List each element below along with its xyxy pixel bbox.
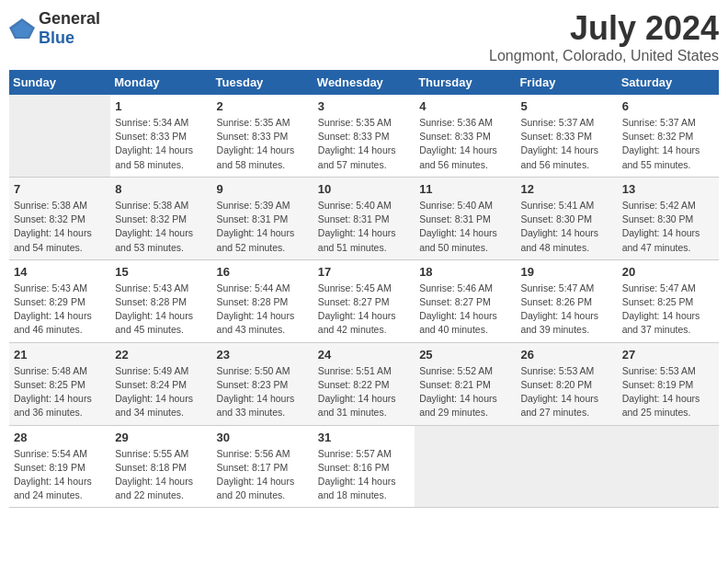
- calendar-cell: [516, 425, 617, 508]
- day-of-week-saturday: Saturday: [618, 70, 719, 95]
- calendar-cell: 2Sunrise: 5:35 AMSunset: 8:33 PMDaylight…: [212, 95, 313, 177]
- day-info: Sunrise: 5:40 AMSunset: 8:31 PMDaylight:…: [318, 199, 410, 255]
- day-info: Sunrise: 5:52 AMSunset: 8:21 PMDaylight:…: [419, 364, 511, 420]
- day-of-week-monday: Monday: [110, 70, 211, 95]
- page-header: General Blue July 2024 Longmont, Colorad…: [9, 9, 719, 64]
- day-number: 27: [622, 348, 714, 362]
- day-info: Sunrise: 5:57 AMSunset: 8:16 PMDaylight:…: [318, 447, 410, 503]
- calendar-cell: 22Sunrise: 5:49 AMSunset: 8:24 PMDayligh…: [110, 342, 211, 425]
- day-info: Sunrise: 5:39 AMSunset: 8:31 PMDaylight:…: [217, 199, 309, 255]
- calendar-cell: 16Sunrise: 5:44 AMSunset: 8:28 PMDayligh…: [212, 259, 313, 342]
- day-number: 31: [318, 431, 410, 444]
- calendar-cell: 6Sunrise: 5:37 AMSunset: 8:32 PMDaylight…: [618, 95, 719, 177]
- day-info: Sunrise: 5:37 AMSunset: 8:33 PMDaylight:…: [520, 116, 612, 172]
- subtitle: Longmont, Colorado, United States: [489, 48, 719, 64]
- calendar-cell: 10Sunrise: 5:40 AMSunset: 8:31 PMDayligh…: [313, 177, 415, 259]
- calendar-cell: 14Sunrise: 5:43 AMSunset: 8:29 PMDayligh…: [9, 259, 110, 342]
- day-number: 9: [217, 182, 309, 196]
- day-number: 13: [622, 182, 714, 196]
- logo-text: General Blue: [39, 9, 100, 48]
- day-of-week-wednesday: Wednesday: [313, 70, 415, 95]
- day-number: 7: [14, 182, 106, 196]
- calendar-cell: 26Sunrise: 5:53 AMSunset: 8:20 PMDayligh…: [516, 342, 617, 425]
- day-info: Sunrise: 5:37 AMSunset: 8:32 PMDaylight:…: [622, 116, 714, 172]
- day-info: Sunrise: 5:53 AMSunset: 8:20 PMDaylight:…: [520, 364, 612, 420]
- day-number: 5: [520, 99, 612, 113]
- day-info: Sunrise: 5:47 AMSunset: 8:25 PMDaylight:…: [622, 282, 714, 338]
- week-row-1: 1Sunrise: 5:34 AMSunset: 8:33 PMDaylight…: [9, 95, 719, 177]
- day-number: 17: [318, 265, 410, 279]
- calendar-cell: 7Sunrise: 5:38 AMSunset: 8:32 PMDaylight…: [9, 177, 110, 259]
- logo-blue: Blue: [39, 29, 74, 47]
- day-number: 29: [115, 431, 207, 444]
- logo: General Blue: [9, 9, 100, 48]
- calendar-cell: [9, 95, 110, 177]
- day-number: 12: [520, 182, 612, 196]
- calendar-cell: 24Sunrise: 5:51 AMSunset: 8:22 PMDayligh…: [313, 342, 415, 425]
- day-number: 21: [14, 348, 106, 362]
- calendar-cell: 9Sunrise: 5:39 AMSunset: 8:31 PMDaylight…: [212, 177, 313, 259]
- day-info: Sunrise: 5:51 AMSunset: 8:22 PMDaylight:…: [318, 364, 410, 420]
- calendar-cell: [618, 425, 719, 508]
- calendar-cell: 8Sunrise: 5:38 AMSunset: 8:32 PMDaylight…: [110, 177, 211, 259]
- calendar-cell: 28Sunrise: 5:54 AMSunset: 8:19 PMDayligh…: [9, 425, 110, 508]
- day-number: 19: [520, 265, 612, 279]
- day-number: 10: [318, 182, 410, 196]
- day-number: 24: [318, 348, 410, 362]
- week-row-2: 7Sunrise: 5:38 AMSunset: 8:32 PMDaylight…: [9, 177, 719, 259]
- day-number: 14: [14, 265, 106, 279]
- calendar-cell: 15Sunrise: 5:43 AMSunset: 8:28 PMDayligh…: [110, 259, 211, 342]
- day-of-week-sunday: Sunday: [9, 70, 110, 95]
- calendar-table: SundayMondayTuesdayWednesdayThursdayFrid…: [9, 70, 719, 508]
- day-number: 18: [419, 265, 511, 279]
- day-info: Sunrise: 5:45 AMSunset: 8:27 PMDaylight:…: [318, 282, 410, 338]
- day-info: Sunrise: 5:49 AMSunset: 8:24 PMDaylight:…: [115, 364, 207, 420]
- day-number: 8: [115, 182, 207, 196]
- day-info: Sunrise: 5:38 AMSunset: 8:32 PMDaylight:…: [14, 199, 106, 255]
- calendar-cell: 25Sunrise: 5:52 AMSunset: 8:21 PMDayligh…: [415, 342, 516, 425]
- calendar-cell: 3Sunrise: 5:35 AMSunset: 8:33 PMDaylight…: [313, 95, 415, 177]
- calendar-header: SundayMondayTuesdayWednesdayThursdayFrid…: [9, 70, 719, 95]
- calendar-cell: 30Sunrise: 5:56 AMSunset: 8:17 PMDayligh…: [212, 425, 313, 508]
- day-of-week-thursday: Thursday: [415, 70, 516, 95]
- day-info: Sunrise: 5:53 AMSunset: 8:19 PMDaylight:…: [622, 364, 714, 420]
- day-info: Sunrise: 5:44 AMSunset: 8:28 PMDaylight:…: [217, 282, 309, 338]
- calendar-cell: [415, 425, 516, 508]
- day-info: Sunrise: 5:38 AMSunset: 8:32 PMDaylight:…: [115, 199, 207, 255]
- week-row-4: 21Sunrise: 5:48 AMSunset: 8:25 PMDayligh…: [9, 342, 719, 425]
- calendar-cell: 17Sunrise: 5:45 AMSunset: 8:27 PMDayligh…: [313, 259, 415, 342]
- day-number: 25: [419, 348, 511, 362]
- day-number: 4: [419, 99, 511, 113]
- day-number: 6: [622, 99, 714, 113]
- calendar-cell: 12Sunrise: 5:41 AMSunset: 8:30 PMDayligh…: [516, 177, 617, 259]
- title-area: July 2024 Longmont, Colorado, United Sta…: [489, 9, 719, 64]
- day-info: Sunrise: 5:35 AMSunset: 8:33 PMDaylight:…: [217, 116, 309, 172]
- calendar-cell: 23Sunrise: 5:50 AMSunset: 8:23 PMDayligh…: [212, 342, 313, 425]
- day-number: 30: [217, 431, 309, 444]
- day-info: Sunrise: 5:41 AMSunset: 8:30 PMDaylight:…: [520, 199, 612, 255]
- day-info: Sunrise: 5:40 AMSunset: 8:31 PMDaylight:…: [419, 199, 511, 255]
- day-number: 26: [520, 348, 612, 362]
- calendar-cell: 11Sunrise: 5:40 AMSunset: 8:31 PMDayligh…: [415, 177, 516, 259]
- day-info: Sunrise: 5:43 AMSunset: 8:29 PMDaylight:…: [14, 282, 106, 338]
- calendar-cell: 4Sunrise: 5:36 AMSunset: 8:33 PMDaylight…: [415, 95, 516, 177]
- day-info: Sunrise: 5:35 AMSunset: 8:33 PMDaylight:…: [318, 116, 410, 172]
- day-number: 16: [217, 265, 309, 279]
- week-row-3: 14Sunrise: 5:43 AMSunset: 8:29 PMDayligh…: [9, 259, 719, 342]
- day-info: Sunrise: 5:46 AMSunset: 8:27 PMDaylight:…: [419, 282, 511, 338]
- main-title: July 2024: [489, 9, 719, 48]
- calendar-cell: 1Sunrise: 5:34 AMSunset: 8:33 PMDaylight…: [110, 95, 211, 177]
- calendar-cell: 29Sunrise: 5:55 AMSunset: 8:18 PMDayligh…: [110, 425, 211, 508]
- calendar-cell: 13Sunrise: 5:42 AMSunset: 8:30 PMDayligh…: [618, 177, 719, 259]
- day-number: 15: [115, 265, 207, 279]
- day-number: 3: [318, 99, 410, 113]
- day-info: Sunrise: 5:42 AMSunset: 8:30 PMDaylight:…: [622, 199, 714, 255]
- day-number: 28: [14, 431, 106, 444]
- generalblue-icon: [9, 18, 35, 39]
- day-info: Sunrise: 5:55 AMSunset: 8:18 PMDaylight:…: [115, 447, 207, 503]
- day-number: 23: [217, 348, 309, 362]
- day-info: Sunrise: 5:54 AMSunset: 8:19 PMDaylight:…: [14, 447, 106, 503]
- day-of-week-friday: Friday: [516, 70, 617, 95]
- day-number: 20: [622, 265, 714, 279]
- calendar-cell: 27Sunrise: 5:53 AMSunset: 8:19 PMDayligh…: [618, 342, 719, 425]
